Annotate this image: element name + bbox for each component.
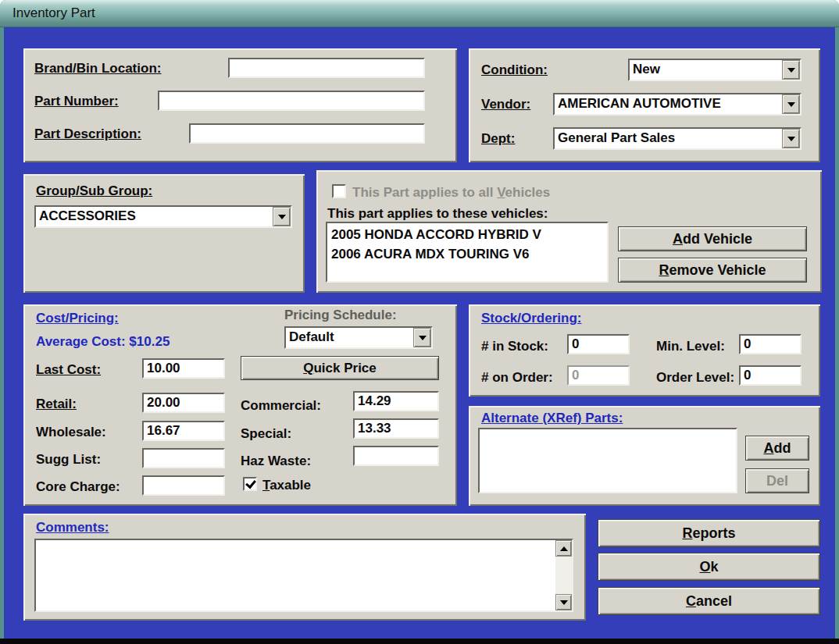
xref-parts-heading: Alternate (XRef) Parts: [481,411,623,426]
order-level-label: Order Level: [656,370,734,386]
last-cost-input[interactable] [142,358,225,379]
add-vehicle-button[interactable]: Add Vehicle [618,226,807,251]
min-level-label: Min. Level: [656,339,725,354]
order-level-input[interactable] [739,365,802,386]
chevron-down-icon[interactable] [782,94,800,114]
window-bottom-edge [0,639,839,644]
last-cost-label: Last Cost: [36,362,101,378]
ok-button[interactable]: Ok [598,553,820,581]
vehicles-list-label: This part applies to these vehicles: [327,206,548,222]
xref-listbox[interactable] [478,428,737,493]
quick-price-button[interactable]: Quick Price [241,356,439,380]
dept-select[interactable]: General Part Sales [553,127,802,150]
chevron-down-icon[interactable] [413,328,431,347]
dialog-body: Brand/Bin Location: Part Number: Part De… [4,27,835,639]
xref-parts-panel: Alternate (XRef) Parts: Add Del [469,406,820,506]
vehicle-list-item[interactable]: 2006 ACURA MDX TOURING V6 [331,244,603,264]
stock-ordering-panel: Stock/Ordering: # in Stock: Min. Level: … [469,304,820,397]
part-number-label: Part Number: [34,94,119,109]
min-level-input[interactable] [739,334,802,354]
reports-button[interactable]: Reports [598,519,820,547]
brand-bin-location-label: Brand/Bin Location: [34,61,161,76]
comments-panel: Comments: [23,514,586,621]
all-vehicles-label: This Part applies to all Vehicles [352,185,550,201]
dept-label: Dept: [481,131,515,147]
comments-scrollbar[interactable] [555,540,572,610]
scroll-up-icon[interactable] [555,540,572,557]
scrollbar-track[interactable] [555,557,572,594]
special-input[interactable] [353,418,439,439]
part-number-input[interactable] [158,91,425,111]
wholesale-input[interactable] [142,421,225,441]
vendor-selected-value: AMERICAN AUTOMOTIVE [555,94,782,114]
part-description-input[interactable] [189,123,425,144]
cost-pricing-heading: Cost/Pricing: [36,311,119,326]
pricing-schedule-label: Pricing Schedule: [284,308,397,323]
chevron-down-icon[interactable] [782,129,800,148]
wholesale-label: Wholesale: [36,425,106,440]
group-select[interactable]: ACCESSORIES [34,205,292,228]
on-order-input [567,365,630,386]
commercial-input[interactable] [353,391,439,411]
remove-vehicle-button[interactable]: Remove Vehicle [618,258,807,283]
commercial-label: Commercial: [241,398,321,414]
vendor-select[interactable]: AMERICAN AUTOMOTIVE [553,93,802,116]
haz-waste-label: Haz Waste: [241,454,311,469]
stock-ordering-heading: Stock/Ordering: [481,311,581,326]
vehicle-list-item[interactable]: 2005 HONDA ACCORD HYBRID V [331,225,603,244]
in-stock-input[interactable] [567,334,630,354]
sugg-list-input[interactable] [142,448,225,468]
group-selected-value: ACCESSORIES [36,207,273,226]
all-vehicles-checkbox[interactable] [332,184,346,198]
group-sub-group-label: Group/Sub Group: [36,183,152,199]
average-cost-label: Average Cost: $10.25 [36,334,170,350]
condition-select[interactable]: New [628,59,802,81]
comments-textarea[interactable] [34,539,573,612]
haz-waste-input[interactable] [353,446,439,466]
in-stock-label: # in Stock: [481,339,548,354]
pricing-schedule-selected-value: Default [286,328,413,347]
pricing-schedule-select[interactable]: Default [284,326,433,349]
taxable-label: Taxable [262,478,311,493]
retail-input[interactable] [142,393,225,413]
group-panel: Group/Sub Group: ACCESSORIES [23,174,305,293]
condition-label: Condition: [481,62,548,78]
chevron-down-icon[interactable] [782,60,800,80]
vehicles-listbox[interactable]: 2005 HONDA ACCORD HYBRID V 2006 ACURA MD… [326,222,609,283]
xref-del-button: Del [745,468,809,493]
on-order-label: # on Order: [481,370,553,386]
comments-heading: Comments: [36,520,109,535]
cancel-button[interactable]: Cancel [598,587,820,615]
retail-label: Retail: [36,397,77,412]
core-charge-label: Core Charge: [36,479,120,495]
part-description-label: Part Description: [34,126,141,142]
classification-panel: Condition: New Vendor: AMERICAN AUTOMOTI… [469,48,820,162]
taxable-checkbox[interactable] [243,477,257,491]
condition-selected-value: New [630,60,782,80]
core-charge-input[interactable] [142,475,225,496]
inventory-part-window: Inventory Part Brand/Bin Location: Part … [0,0,839,644]
identification-panel: Brand/Bin Location: Part Number: Part De… [23,48,457,162]
sugg-list-label: Sugg List: [36,452,101,468]
special-label: Special: [241,426,291,442]
titlebar[interactable]: Inventory Part [0,0,839,27]
vehicles-panel: This Part applies to all Vehicles This p… [316,170,822,293]
window-title: Inventory Part [12,5,95,21]
xref-add-button[interactable]: Add [745,436,809,461]
vendor-label: Vendor: [481,97,530,112]
scroll-down-icon[interactable] [555,594,572,610]
dept-selected-value: General Part Sales [555,129,782,148]
chevron-down-icon[interactable] [273,207,291,226]
brand-bin-location-input[interactable] [228,58,425,78]
cost-pricing-panel: Cost/Pricing: Average Cost: $10.25 Prici… [23,304,457,506]
